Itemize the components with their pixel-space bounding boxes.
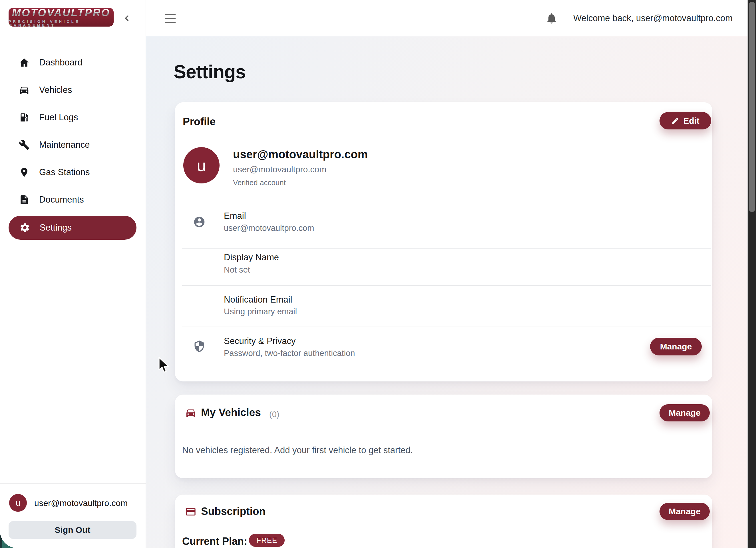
brand-name: MOTOVAULTPRO	[12, 8, 110, 18]
divider	[182, 248, 711, 248]
divider	[182, 285, 711, 286]
brand-tagline: PRECISION VEHICLE MANAGEMENT	[9, 20, 114, 27]
avatar: u	[9, 494, 27, 512]
avatar-letter: u	[197, 156, 206, 175]
sidebar-item-vehicles[interactable]: Vehicles	[0, 76, 146, 104]
my-vehicles-heading: My Vehicles	[201, 407, 261, 419]
row-label-notification-email: Notification Email	[224, 295, 292, 305]
sidebar-footer: u user@motovaultpro.com Sign Out	[0, 483, 146, 548]
fuel-pump-icon	[19, 112, 30, 123]
sidebar: MOTOVAULTPRO PRECISION VEHICLE MANAGEMEN…	[0, 0, 146, 548]
row-value-notification-email: Using primary email	[224, 307, 297, 316]
car-icon	[185, 407, 196, 419]
divider	[182, 327, 711, 327]
sidebar-item-label: Gas Stations	[39, 167, 90, 177]
row-value-display-name: Not set	[224, 265, 250, 275]
chevron-left-icon	[122, 14, 131, 23]
pencil-icon	[671, 117, 679, 125]
app-window: MOTOVAULTPRO PRECISION VEHICLE MANAGEMEN…	[0, 0, 756, 548]
main-content: Settings Profile Edit u user@motovaultpr…	[146, 36, 747, 548]
document-icon	[19, 194, 30, 205]
top-header: Welcome back, user@motovaultpro.com	[146, 0, 747, 36]
subscription-heading: Subscription	[201, 505, 266, 517]
avatar-letter: u	[16, 498, 21, 508]
footer-user-email: user@motovaultpro.com	[34, 498, 128, 508]
current-plan-label: Current Plan:	[182, 535, 247, 547]
edit-profile-button[interactable]: Edit	[660, 112, 711, 129]
brand-logo[interactable]: MOTOVAULTPRO PRECISION VEHICLE MANAGEMEN…	[9, 8, 114, 27]
plan-badge: FREE	[249, 534, 285, 547]
sidebar-item-documents[interactable]: Documents	[0, 186, 146, 213]
sidebar-item-label: Fuel Logs	[39, 112, 78, 122]
sidebar-item-label: Dashboard	[39, 57, 83, 68]
bell-icon[interactable]	[545, 12, 558, 25]
sidebar-item-label: Maintenance	[39, 140, 90, 150]
sidebar-item-label: Settings	[40, 222, 72, 233]
sidebar-item-label: Vehicles	[39, 85, 72, 95]
edit-button-label: Edit	[683, 116, 699, 126]
welcome-message: Welcome back, user@motovaultpro.com	[573, 13, 733, 23]
sidebar-item-fuel-logs[interactable]: Fuel Logs	[0, 104, 146, 131]
row-value-security: Password, two-factor authentication	[224, 349, 355, 358]
shield-icon	[193, 340, 206, 353]
account-name: user@motovaultpro.com	[233, 148, 368, 161]
sidebar-collapse-button[interactable]	[121, 13, 132, 24]
sidebar-item-label: Documents	[39, 194, 84, 205]
account-status: Verified account	[233, 178, 286, 187]
row-value-email: user@motovaultpro.com	[224, 223, 314, 233]
profile-avatar: u	[183, 147, 220, 183]
hamburger-menu-icon[interactable]	[165, 10, 181, 26]
wrench-icon	[19, 139, 30, 150]
sidebar-item-settings[interactable]: Settings	[9, 216, 136, 240]
profile-card: Profile Edit u user@motovaultpro.com use…	[175, 102, 712, 382]
row-label-display-name: Display Name	[224, 252, 279, 262]
manage-vehicles-button[interactable]: Manage	[660, 404, 710, 422]
vehicle-count: (0)	[269, 410, 279, 419]
my-vehicles-card: My Vehicles (0) Manage No vehicles regis…	[175, 395, 712, 478]
credit-card-icon	[185, 506, 196, 517]
gear-icon	[19, 222, 30, 233]
vehicles-empty-text: No vehicles registered. Add your first v…	[182, 445, 413, 455]
page-title: Settings	[174, 61, 246, 83]
home-icon	[19, 57, 30, 68]
account-email: user@motovaultpro.com	[233, 164, 326, 174]
sidebar-item-gas-stations[interactable]: Gas Stations	[0, 158, 146, 186]
manage-security-button[interactable]: Manage	[650, 338, 702, 356]
sidebar-item-dashboard[interactable]: Dashboard	[0, 49, 146, 76]
scrollbar-track[interactable]	[747, 0, 756, 548]
subscription-card: Subscription Manage Current Plan: FREE	[175, 495, 712, 548]
row-label-security: Security & Privacy	[224, 336, 296, 346]
person-circle-icon	[193, 216, 206, 228]
manage-subscription-button[interactable]: Manage	[660, 503, 710, 520]
scrollbar-thumb[interactable]	[749, 2, 755, 212]
header-right: Welcome back, user@motovaultpro.com	[545, 0, 733, 36]
sidebar-item-maintenance[interactable]: Maintenance	[0, 131, 146, 158]
sidebar-header: MOTOVAULTPRO PRECISION VEHICLE MANAGEMEN…	[0, 0, 146, 36]
map-pin-icon	[19, 167, 30, 178]
row-label-email: Email	[224, 211, 246, 221]
sign-out-button[interactable]: Sign Out	[9, 521, 136, 539]
profile-heading: Profile	[183, 116, 216, 128]
car-icon	[19, 85, 30, 95]
